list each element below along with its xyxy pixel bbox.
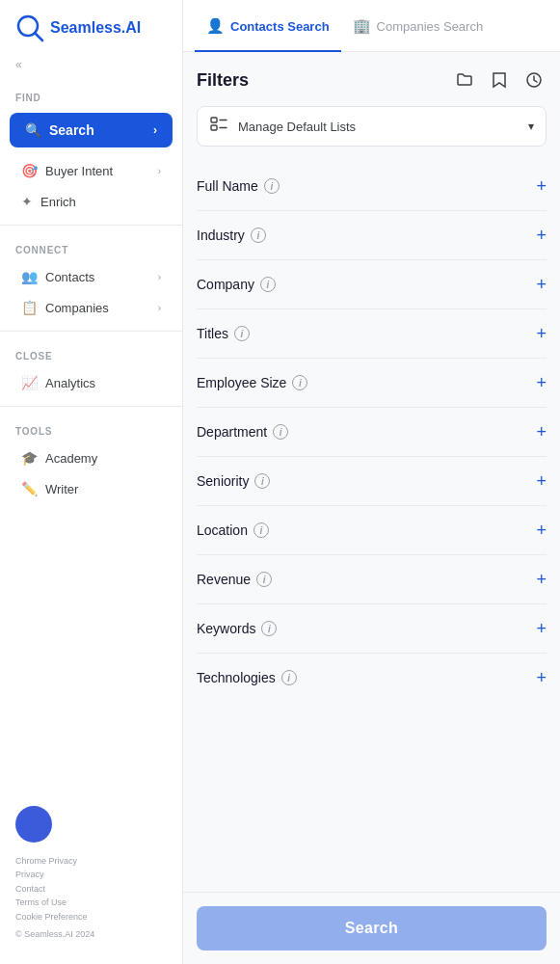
filter-label-seniority: Seniority (197, 473, 249, 489)
svg-rect-3 (211, 118, 217, 122)
contacts-tab-label: Contacts Search (230, 19, 330, 34)
sidebar-item-analytics-label: Analytics (45, 376, 95, 390)
sidebar-item-buyer-intent[interactable]: 🎯 Buyer Intent › (6, 155, 176, 186)
analytics-icon: 📈 (21, 375, 38, 390)
footer-link-cookie[interactable]: Cookie Preference (15, 910, 167, 924)
footer-link-chrome-privacy[interactable]: Chrome Privacy (15, 854, 167, 868)
search-button-area: Search (183, 892, 560, 964)
filter-row-employee-size[interactable]: Employee Size i + (197, 359, 547, 408)
keywords-plus-icon[interactable]: + (536, 620, 547, 637)
academy-icon: 🎓 (21, 450, 38, 466)
industry-plus-icon[interactable]: + (536, 227, 547, 244)
filter-row-seniority[interactable]: Seniority i + (197, 457, 547, 506)
revenue-plus-icon[interactable]: + (536, 571, 547, 588)
search-button-label: Search (49, 122, 94, 138)
folder-icon (456, 71, 473, 89)
collapse-button[interactable]: « (0, 54, 182, 81)
svg-line-1 (35, 33, 42, 40)
companies-tab-label: Companies Search (377, 19, 484, 34)
search-button[interactable]: 🔍 Search › (10, 113, 173, 147)
buyer-intent-icon: 🎯 (21, 163, 38, 178)
sidebar-section-connect: CONNECT (0, 233, 182, 261)
revenue-info-icon[interactable]: i (256, 572, 272, 587)
location-info-icon[interactable]: i (253, 522, 269, 538)
footer-link-privacy[interactable]: Privacy (15, 868, 167, 881)
employee-size-info-icon[interactable]: i (292, 375, 307, 390)
industry-info-icon[interactable]: i (251, 228, 266, 243)
footer-copyright: © Seamless.AI 2024 (0, 927, 182, 941)
seniority-plus-icon[interactable]: + (536, 472, 547, 490)
manage-lists-dropdown[interactable]: Manage Default Lists ▾ (197, 106, 547, 147)
filter-row-titles[interactable]: Titles i + (197, 309, 547, 359)
manage-lists-chevron-icon: ▾ (528, 120, 534, 133)
footer-link-contact[interactable]: Contact (15, 882, 167, 896)
technologies-plus-icon[interactable]: + (536, 669, 547, 686)
technologies-info-icon[interactable]: i (281, 670, 297, 685)
keywords-info-icon[interactable]: i (261, 621, 277, 636)
department-plus-icon[interactable]: + (536, 423, 547, 441)
filter-label-technologies: Technologies (197, 670, 276, 685)
sidebar-section-find: FIND (0, 81, 182, 109)
avatar[interactable] (15, 806, 52, 843)
folder-icon-button[interactable] (452, 67, 477, 93)
filter-row-full-name[interactable]: Full Name i + (197, 162, 547, 211)
location-plus-icon[interactable]: + (536, 522, 547, 539)
sidebar-item-contacts-label: Contacts (45, 270, 94, 284)
sidebar-item-writer-label: Writer (45, 482, 78, 496)
company-info-icon[interactable]: i (260, 277, 276, 292)
sidebar-section-close: CLOSE (0, 339, 182, 367)
main-search-button[interactable]: Search (197, 906, 547, 951)
companies-tab-icon: 🏢 (353, 17, 371, 35)
filter-row-industry[interactable]: Industry i + (197, 211, 547, 260)
tabs-bar: 👤 Contacts Search 🏢 Companies Search (183, 0, 560, 52)
sidebar-item-companies[interactable]: 📋 Companies › (6, 292, 176, 323)
filter-row-technologies[interactable]: Technologies i + (197, 654, 547, 702)
tab-companies-search[interactable]: 🏢 Companies Search (341, 0, 495, 52)
filter-rows-container: Full Name i + Industry i + Company i + (197, 162, 547, 702)
filter-label-industry: Industry (197, 228, 245, 243)
sidebar-item-academy-label: Academy (45, 451, 97, 466)
filters-title: Filters (197, 70, 249, 91)
logo-area: Seamless.AI (0, 0, 182, 54)
contacts-tab-icon: 👤 (206, 17, 225, 35)
seniority-info-icon[interactable]: i (254, 473, 270, 489)
enrich-icon: ✦ (21, 194, 33, 209)
filter-row-department[interactable]: Department i + (197, 408, 547, 457)
filters-area: Filters (183, 52, 560, 892)
sidebar-item-buyer-intent-label: Buyer Intent (45, 164, 113, 178)
main-content: 👤 Contacts Search 🏢 Companies Search Fil… (183, 0, 560, 964)
search-chevron-icon: › (153, 123, 157, 137)
employee-size-plus-icon[interactable]: + (536, 374, 547, 391)
filter-label-titles: Titles (197, 326, 228, 341)
divider-3 (0, 406, 182, 407)
filter-row-revenue[interactable]: Revenue i + (197, 555, 547, 604)
filter-row-company[interactable]: Company i + (197, 260, 547, 309)
sidebar-item-enrich[interactable]: ✦ Enrich (6, 186, 176, 217)
titles-plus-icon[interactable]: + (536, 325, 547, 342)
sidebar-item-enrich-label: Enrich (40, 195, 76, 209)
filter-row-location[interactable]: Location i + (197, 506, 547, 555)
company-plus-icon[interactable]: + (536, 276, 547, 293)
writer-icon: ✏️ (21, 481, 38, 496)
footer-link-terms[interactable]: Terms of Use (15, 896, 167, 909)
filters-header: Filters (197, 67, 547, 93)
sidebar-item-academy[interactable]: 🎓 Academy (6, 442, 176, 473)
buyer-intent-chevron-icon: › (158, 166, 161, 176)
bookmark-icon-button[interactable] (487, 67, 512, 93)
companies-chevron-icon: › (158, 303, 161, 313)
full-name-info-icon[interactable]: i (264, 178, 280, 194)
clock-icon-button[interactable] (521, 67, 547, 93)
sidebar-item-analytics[interactable]: 📈 Analytics (6, 367, 176, 398)
tab-contacts-search[interactable]: 👤 Contacts Search (195, 0, 341, 52)
logo-text: Seamless.AI (50, 19, 141, 37)
sidebar-item-writer[interactable]: ✏️ Writer (6, 473, 176, 504)
titles-info-icon[interactable]: i (234, 326, 250, 341)
filters-icon-group (452, 67, 547, 93)
clock-icon (525, 71, 543, 89)
sidebar-item-contacts[interactable]: 👥 Contacts › (6, 261, 176, 292)
filter-label-full-name: Full Name (197, 178, 258, 194)
full-name-plus-icon[interactable]: + (536, 177, 547, 195)
filter-row-keywords[interactable]: Keywords i + (197, 604, 547, 654)
filter-label-keywords: Keywords (197, 621, 255, 636)
department-info-icon[interactable]: i (273, 424, 288, 440)
